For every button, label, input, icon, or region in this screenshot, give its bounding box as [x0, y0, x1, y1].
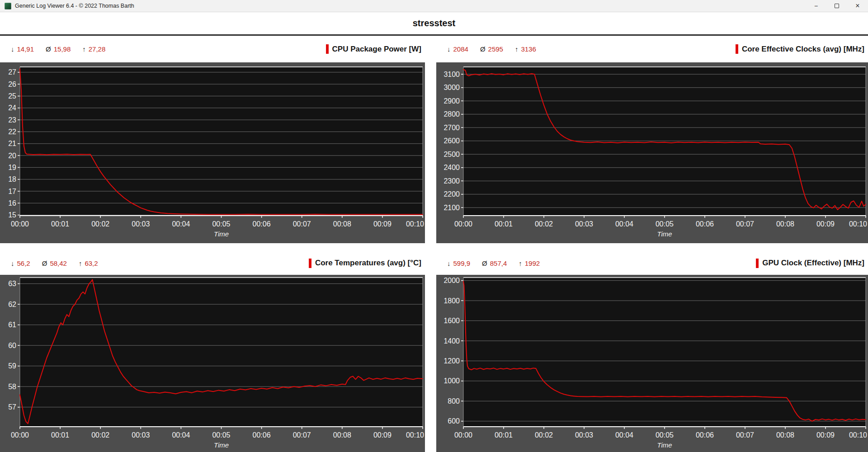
svg-text:00:01: 00:01	[495, 220, 513, 228]
svg-text:00:05: 00:05	[212, 431, 230, 439]
svg-text:2100: 2100	[443, 204, 460, 212]
avg-icon: Ø	[482, 259, 487, 267]
svg-text:00:06: 00:06	[253, 220, 271, 228]
avg-icon: Ø	[42, 259, 47, 267]
avg-icon: Ø	[480, 45, 486, 53]
svg-text:2800: 2800	[443, 110, 460, 118]
chart-title: Core Temperatures (avg) [°C]	[309, 259, 421, 268]
svg-text:25: 25	[8, 92, 16, 100]
svg-text:800: 800	[448, 397, 460, 405]
core-effective-clocks-chart[interactable]: 3100300029002800270026002500240023002200…	[436, 62, 868, 243]
title-accent-bar	[326, 44, 329, 54]
svg-text:00:01: 00:01	[51, 431, 69, 439]
svg-text:00:06: 00:06	[253, 431, 271, 439]
min-arrow-icon: ↓	[447, 45, 451, 53]
svg-text:27: 27	[8, 68, 16, 76]
svg-text:00:03: 00:03	[132, 431, 150, 439]
stats: ↓14,91 Ø15,98 ↑27,28	[11, 45, 105, 53]
maximize-icon	[835, 4, 839, 8]
svg-text:2600: 2600	[443, 137, 460, 145]
minimize-button[interactable]: −	[806, 0, 826, 12]
svg-text:1000: 1000	[443, 377, 460, 385]
svg-text:3100: 3100	[443, 71, 460, 78]
chart-block-gpu-clock: ↓599,9 Ø857,4 ↑1992 GPU Clock (Effective…	[436, 251, 868, 452]
chart-title: Core Effective Clocks (avg) [MHz]	[736, 44, 864, 54]
svg-text:00:01: 00:01	[51, 220, 69, 228]
svg-text:00:08: 00:08	[776, 220, 794, 228]
cpu-package-power-chart[interactable]: 2726252423222120191817161500:0000:0100:0…	[0, 62, 425, 243]
svg-text:21: 21	[8, 140, 16, 147]
min-arrow-icon: ↓	[11, 45, 14, 53]
title-accent-bar	[756, 259, 759, 268]
svg-text:00:09: 00:09	[816, 220, 835, 228]
svg-text:Time: Time	[214, 441, 229, 449]
stat-max: ↑1992	[519, 259, 540, 267]
svg-text:00:10: 00:10	[406, 220, 424, 228]
maximize-button[interactable]	[826, 0, 847, 12]
stat-max: ↑3136	[515, 45, 536, 53]
stat-min: ↓599,9	[447, 259, 470, 267]
svg-text:00:04: 00:04	[615, 220, 633, 228]
charts-grid: ↓14,91 Ø15,98 ↑27,28 CPU Package Power […	[0, 36, 868, 452]
title-accent-bar	[309, 259, 311, 268]
svg-text:1600: 1600	[443, 317, 460, 325]
svg-text:60: 60	[8, 342, 16, 349]
svg-text:19: 19	[8, 164, 16, 171]
page-header: stresstest	[0, 12, 868, 34]
svg-text:1200: 1200	[443, 357, 460, 365]
svg-text:23: 23	[8, 116, 16, 124]
svg-text:00:00: 00:00	[11, 220, 29, 228]
stats-row: ↓56,2 Ø58,42 ↑63,2 Core Temperatures (av…	[0, 251, 425, 275]
stat-avg: Ø857,4	[482, 259, 507, 267]
svg-text:00:09: 00:09	[816, 431, 835, 439]
svg-text:57: 57	[8, 403, 16, 411]
stats: ↓56,2 Ø58,42 ↑63,2	[11, 259, 98, 267]
stat-min: ↓2084	[447, 45, 468, 53]
svg-text:00:00: 00:00	[454, 220, 472, 228]
svg-text:2300: 2300	[443, 177, 460, 185]
svg-text:00:07: 00:07	[736, 431, 754, 439]
chart-block-core-clocks: ↓2084 Ø2595 ↑3136 Core Effective Clocks …	[436, 36, 868, 243]
svg-text:2000: 2000	[443, 277, 460, 284]
svg-text:00:00: 00:00	[454, 431, 472, 439]
svg-text:00:10: 00:10	[849, 220, 867, 228]
min-arrow-icon: ↓	[447, 259, 451, 267]
window-controls: − ×	[806, 0, 868, 12]
max-arrow-icon: ↑	[515, 45, 519, 53]
svg-text:00:10: 00:10	[849, 431, 867, 439]
svg-text:00:03: 00:03	[575, 431, 593, 439]
avg-icon: Ø	[46, 45, 51, 53]
svg-text:20: 20	[8, 152, 16, 160]
stat-min: ↓14,91	[11, 45, 34, 53]
svg-text:Time: Time	[657, 441, 672, 449]
stat-avg: Ø58,42	[42, 259, 67, 267]
svg-text:17: 17	[8, 188, 16, 195]
max-arrow-icon: ↑	[82, 45, 86, 53]
stat-max: ↑63,2	[79, 259, 98, 267]
core-temperatures-chart[interactable]: 6362616059585700:0000:0100:0200:0300:040…	[0, 275, 425, 452]
close-button[interactable]: ×	[847, 0, 868, 12]
svg-text:00:05: 00:05	[656, 431, 674, 439]
svg-text:2200: 2200	[443, 190, 460, 198]
stats-row: ↓14,91 Ø15,98 ↑27,28 CPU Package Power […	[0, 36, 425, 62]
stats: ↓2084 Ø2595 ↑3136	[447, 45, 536, 53]
svg-text:00:07: 00:07	[736, 220, 754, 228]
svg-text:00:06: 00:06	[696, 220, 714, 228]
titlebar: Generic Log Viewer 6.4 - © 2022 Thomas B…	[0, 0, 868, 12]
svg-text:1800: 1800	[443, 297, 460, 305]
svg-text:Time: Time	[657, 230, 672, 238]
chart-block-cpu-power: ↓14,91 Ø15,98 ↑27,28 CPU Package Power […	[0, 36, 425, 243]
stats-row: ↓2084 Ø2595 ↑3136 Core Effective Clocks …	[436, 36, 868, 62]
svg-text:00:01: 00:01	[495, 431, 513, 439]
stat-min: ↓56,2	[11, 259, 30, 267]
svg-text:16: 16	[8, 199, 16, 207]
app-icon	[5, 3, 11, 9]
svg-text:00:02: 00:02	[535, 220, 553, 228]
svg-text:2900: 2900	[443, 97, 460, 105]
svg-text:00:09: 00:09	[373, 220, 392, 228]
gpu-clock-chart[interactable]: 20001800160014001200100080060000:0000:01…	[436, 275, 868, 452]
svg-text:2400: 2400	[443, 164, 460, 171]
svg-text:26: 26	[8, 80, 16, 88]
svg-text:00:02: 00:02	[91, 431, 109, 439]
min-arrow-icon: ↓	[11, 259, 14, 267]
